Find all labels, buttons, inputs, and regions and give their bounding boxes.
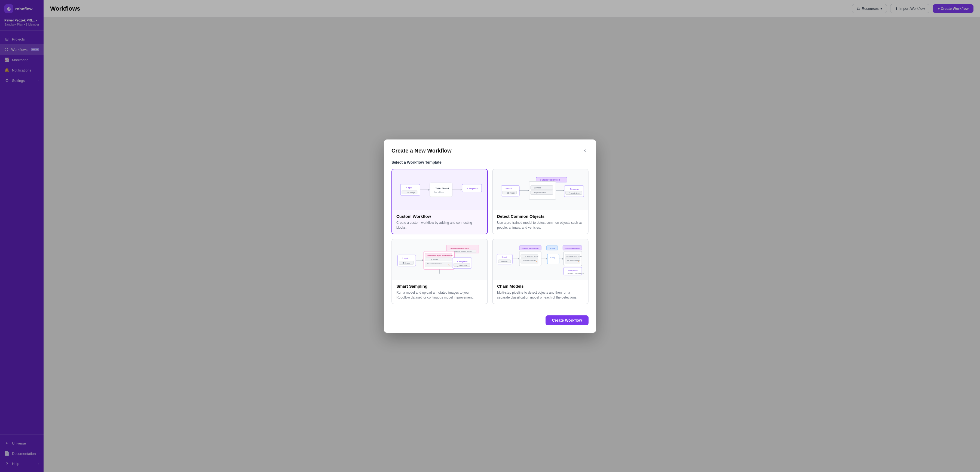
- svg-text:+ Response: + Response: [457, 260, 468, 263]
- svg-text:🖼 Image: 🖼 Image: [501, 261, 508, 262]
- template-preview-chain-models: ⚙ ObjectDetectionModel ✂ crop ⚙ Classifi…: [493, 239, 588, 280]
- template-preview-detect: ⚙ ObjectDetectionModel + Input 🖼 image ⊟…: [493, 169, 588, 210]
- template-card-custom[interactable]: + Input 🖼 image To Get Started Add a Blo…: [391, 169, 488, 234]
- svg-text:+ Response: + Response: [568, 188, 579, 190]
- svg-text:Add a Block: Add a Block: [434, 191, 444, 193]
- svg-text:No Model Selected: No Model Selected: [523, 260, 536, 261]
- template-name-detect: Detect Common Objects: [497, 214, 584, 219]
- template-name-chain-models: Chain Models: [497, 284, 584, 288]
- svg-text:+ Input: + Input: [402, 257, 408, 259]
- svg-text:() predictions: () predictions: [457, 264, 468, 266]
- svg-text:+ Response: + Response: [568, 270, 578, 272]
- svg-rect-22: [531, 185, 553, 189]
- svg-rect-45: [425, 258, 452, 261]
- template-card-detect[interactable]: ⚙ ObjectDetectionModel + Input 🖼 image ⊟…: [492, 169, 589, 234]
- svg-text:⚙ ClassificationModel: ⚙ ClassificationModel: [565, 247, 579, 249]
- svg-marker-20: [528, 190, 529, 192]
- svg-text:+ Input: + Input: [406, 186, 412, 189]
- svg-rect-21: [529, 181, 556, 200]
- svg-text:⚙ ObjectDetectionModel: ⚙ ObjectDetectionModel: [522, 247, 538, 249]
- modal-title: Create a New Workflow: [391, 147, 452, 154]
- template-card-chain-models[interactable]: ⚙ ObjectDetectionModel ✂ crop ⚙ Classifi…: [492, 239, 589, 304]
- svg-text:⊟ detection_model: ⊟ detection_model: [525, 255, 538, 257]
- svg-marker-78: [562, 258, 563, 260]
- svg-text:() predictions: () predictions: [569, 192, 579, 195]
- svg-text:🖼 image: 🖼 image: [508, 192, 515, 194]
- template-info-custom: Custom Workflow Create a custom workflow…: [392, 210, 487, 234]
- svg-text:✂ crop: ✂ crop: [550, 257, 555, 258]
- svg-text:⬆ RoboflowDatasetUpload: ⬆ RoboflowDatasetUpload: [449, 247, 469, 249]
- svg-text:🖼 image: 🖼 image: [407, 192, 415, 194]
- template-name-custom: Custom Workflow: [396, 214, 483, 219]
- svg-text:✎: ✎: [536, 260, 537, 262]
- template-preview-custom: + Input 🖼 image To Get Started Add a Blo…: [392, 169, 487, 210]
- svg-text:✎: ✎: [448, 264, 450, 266]
- template-desc-detect: Use a pre-trained model to detect common…: [497, 220, 584, 230]
- modal-header: Create a New Workflow ×: [391, 147, 589, 155]
- svg-text:⚙ ObjectDetectionModel: ⚙ ObjectDetectionModel: [540, 179, 560, 181]
- svg-text:🗂 roboflow_dataset_upload: 🗂 roboflow_dataset_upload: [452, 251, 471, 252]
- modal-footer: Create Workflow: [391, 311, 589, 325]
- svg-text:✂ crop: ✂ crop: [550, 247, 555, 249]
- template-grid: + Input 🖼 image To Get Started Add a Blo…: [391, 169, 589, 304]
- template-info-detect: Detect Common Objects Use a pre-trained …: [493, 210, 588, 234]
- template-name-smart-sampling: Smart Sampling: [396, 284, 483, 288]
- modal-create-workflow-button[interactable]: Create Workflow: [546, 315, 589, 325]
- template-card-smart-sampling[interactable]: ⬆ RoboflowDatasetUpload 🗂 roboflow_datas…: [391, 239, 488, 304]
- modal-overlay[interactable]: Create a New Workflow × Select a Workflo…: [0, 0, 980, 472]
- template-desc-smart-sampling: Run a model and upload annotated images …: [396, 290, 483, 300]
- svg-rect-75: [547, 254, 559, 264]
- svg-marker-10: [461, 189, 462, 190]
- template-info-smart-sampling: Smart Sampling Run a model and upload an…: [392, 280, 487, 304]
- svg-text:+ Input: + Input: [501, 256, 507, 258]
- svg-marker-74: [546, 258, 547, 260]
- template-desc-custom: Create a custom workflow by adding and c…: [396, 220, 483, 230]
- modal-close-button[interactable]: ×: [581, 147, 589, 155]
- template-info-chain-models: Chain Models Multi-step pipeline to dete…: [493, 280, 588, 304]
- svg-marker-41: [422, 259, 423, 261]
- svg-text:⊟ model: ⊟ model: [534, 187, 541, 188]
- svg-text:⊟ classification_model: ⊟ classification_model: [566, 255, 582, 257]
- svg-marker-5: [428, 189, 430, 190]
- svg-text:No Model Selected: No Model Selected: [427, 263, 442, 265]
- template-preview-smart-sampling: ⬆ RoboflowDatasetUpload 🗂 roboflow_datas…: [392, 239, 487, 280]
- svg-text:() images / () predictions: () images / () predictions: [567, 272, 584, 274]
- svg-text:⚙ RoboflowObjectDetectionModel: ⚙ RoboflowObjectDetectionModel: [427, 254, 453, 256]
- svg-text:🖼 Image: 🖼 Image: [402, 262, 410, 264]
- svg-marker-66: [518, 258, 519, 260]
- modal-subtitle: Select a Workflow Template: [391, 160, 589, 165]
- svg-rect-6: [430, 183, 452, 196]
- svg-text:⊟ model: ⊟ model: [431, 258, 438, 260]
- template-desc-chain-models: Multi-step pipeline to detect objects an…: [497, 290, 584, 300]
- svg-text:To Get Started: To Get Started: [436, 187, 449, 189]
- svg-text:✎: ✎: [578, 260, 579, 262]
- svg-text:⚙ yolov8n-640: ⚙ yolov8n-640: [534, 192, 546, 194]
- svg-text:+ Input: + Input: [506, 187, 512, 190]
- svg-text:+ Response: + Response: [467, 187, 478, 190]
- create-workflow-modal: Create a New Workflow × Select a Workflo…: [384, 139, 596, 333]
